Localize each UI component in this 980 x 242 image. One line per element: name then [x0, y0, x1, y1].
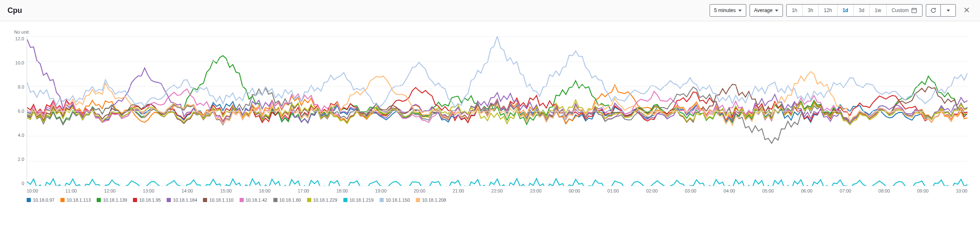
x-tick: 17:00	[298, 188, 309, 193]
legend-swatch	[380, 198, 384, 202]
legend-item[interactable]: 10.18.1.184	[167, 198, 197, 202]
x-tick: 13:00	[143, 188, 155, 193]
range-custom-label: Custom	[892, 7, 909, 13]
legend-swatch	[343, 198, 348, 202]
gridline	[27, 61, 968, 62]
period-dropdown[interactable]: 5 minutes	[710, 4, 746, 17]
range-1h[interactable]: 1h	[787, 5, 802, 16]
y-tick: 10.0	[15, 60, 24, 65]
plot-canvas[interactable]	[27, 36, 968, 186]
range-3h[interactable]: 3h	[803, 5, 819, 16]
legend-item[interactable]: 10.18.1.139	[97, 198, 127, 202]
x-tick: 21:00	[452, 188, 464, 193]
x-tick: 02:00	[646, 188, 658, 193]
x-tick: 10:00	[956, 188, 968, 193]
legend-item[interactable]: 10.18.1.150	[380, 198, 410, 202]
x-tick: 07:00	[840, 188, 851, 193]
legend-swatch	[97, 198, 101, 202]
refresh-options-button[interactable]	[941, 4, 956, 17]
legend-swatch	[60, 198, 65, 202]
legend: 10.18.0.9710.18.1.11310.18.1.13910.18.1.…	[27, 198, 968, 202]
caret-down-icon	[947, 10, 950, 12]
x-tick: 14:00	[182, 188, 193, 193]
panel-title: Cpu	[8, 6, 22, 15]
x-tick: 06:00	[801, 188, 812, 193]
x-tick: 20:00	[414, 188, 425, 193]
legend-item[interactable]: 10.18.1.95	[133, 198, 161, 202]
gridline	[27, 111, 968, 111]
legend-item[interactable]: 10.18.1.208	[416, 198, 446, 202]
x-axis: 10:0011:0012:0013:0014:0015:0016:0017:00…	[27, 186, 968, 193]
statistic-dropdown[interactable]: Average	[750, 4, 783, 17]
x-tick: 18:00	[336, 188, 348, 193]
legend-swatch	[307, 198, 311, 202]
range-1d[interactable]: 1d	[838, 5, 854, 16]
legend-item[interactable]: 10.18.0.97	[27, 198, 55, 202]
legend-swatch	[240, 198, 244, 202]
panel-header: Cpu 5 minutes Average 1h 3h 12h 1d 3d 1w…	[0, 0, 980, 21]
legend-label: 10.18.1.110	[209, 198, 233, 202]
legend-swatch	[27, 198, 31, 202]
legend-item[interactable]: 10.18.1.113	[60, 198, 91, 202]
refresh-button-group	[926, 4, 956, 17]
period-dropdown-label: 5 minutes	[714, 7, 736, 13]
close-icon	[963, 7, 970, 13]
refresh-icon	[930, 7, 937, 14]
legend-label: 10.18.1.42	[246, 198, 268, 202]
x-tick: 11:00	[65, 188, 77, 193]
gridline	[27, 86, 968, 86]
range-12h[interactable]: 12h	[819, 5, 838, 16]
legend-item[interactable]: 10.18.1.219	[343, 198, 374, 202]
calendar-icon	[911, 7, 917, 13]
legend-swatch	[273, 198, 278, 202]
legend-item[interactable]: 10.18.1.110	[203, 198, 233, 202]
legend-swatch	[167, 198, 171, 202]
toolbar: 5 minutes Average 1h 3h 12h 1d 3d 1w Cus…	[710, 4, 972, 17]
x-tick: 05:00	[762, 188, 774, 193]
range-3d[interactable]: 3d	[854, 5, 870, 16]
x-tick: 16:00	[259, 188, 271, 193]
legend-label: 10.18.1.95	[139, 198, 161, 202]
x-tick: 01:00	[608, 188, 619, 193]
y-tick: 0	[22, 181, 24, 186]
legend-item[interactable]: 10.18.1.229	[307, 198, 338, 202]
legend-label: 10.18.1.208	[422, 198, 446, 202]
time-range-group: 1h 3h 12h 1d 3d 1w Custom	[786, 4, 922, 17]
legend-label: 10.18.1.139	[103, 198, 127, 202]
y-tick: 2.0	[18, 157, 24, 162]
x-tick: 22:00	[491, 188, 503, 193]
close-button[interactable]	[961, 6, 972, 15]
x-tick: 03:00	[685, 188, 697, 193]
y-tick: 12.0	[15, 36, 24, 41]
y-tick: 6.0	[18, 109, 24, 114]
legend-label: 10.18.1.229	[313, 198, 338, 202]
y-tick: 4.0	[18, 133, 24, 138]
chart-area: No unit 12.010.08.06.04.02.00 10:0011:00…	[0, 21, 980, 207]
series-line[interactable]	[27, 87, 968, 143]
legend-swatch	[133, 198, 137, 202]
series-line[interactable]	[27, 178, 968, 186]
range-1w[interactable]: 1w	[870, 5, 886, 16]
legend-label: 10.18.1.219	[350, 198, 374, 202]
x-tick: 15:00	[220, 188, 232, 193]
range-custom[interactable]: Custom	[887, 5, 922, 16]
y-axis: 12.010.08.06.04.02.00	[12, 36, 27, 186]
y-axis-label: No unit	[14, 30, 968, 35]
x-tick: 12:00	[104, 188, 116, 193]
legend-swatch	[203, 198, 207, 202]
x-tick: 08:00	[878, 188, 890, 193]
y-tick: 8.0	[18, 84, 24, 89]
caret-down-icon	[738, 10, 742, 12]
gridline	[27, 161, 968, 161]
x-tick: 09:00	[917, 188, 929, 193]
x-tick: 04:00	[724, 188, 735, 193]
statistic-dropdown-label: Average	[754, 7, 772, 13]
caret-down-icon	[775, 10, 778, 12]
plot: 12.010.08.06.04.02.00	[12, 36, 968, 186]
legend-label: 10.18.0.97	[33, 198, 55, 202]
refresh-button[interactable]	[926, 4, 941, 17]
legend-item[interactable]: 10.18.1.80	[273, 198, 301, 202]
x-tick: 23:00	[530, 188, 542, 193]
legend-item[interactable]: 10.18.1.42	[240, 198, 268, 202]
gridline	[27, 136, 968, 136]
